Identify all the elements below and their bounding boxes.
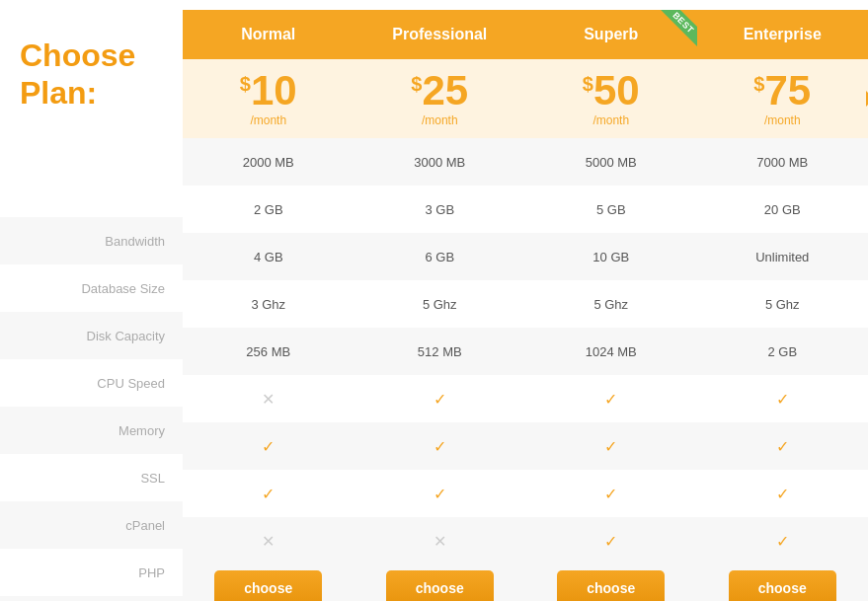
- plan-normal-price-wrapper: $10 /month: [183, 59, 355, 138]
- cross-icon: ✕: [262, 532, 275, 551]
- plan-enterprise-name: Enterprise: [744, 26, 822, 43]
- superb-linux: ✓: [525, 517, 697, 564]
- plan-professional-name: Professional: [392, 26, 487, 43]
- enterprise-cpanel: ✓: [697, 422, 869, 470]
- check-icon: ✓: [776, 485, 789, 503]
- plan-enterprise-price: $75: [753, 70, 811, 112]
- price-label-spacer: [0, 138, 183, 217]
- check-icon: ✓: [604, 390, 617, 409]
- label-memory: Memory: [0, 407, 183, 454]
- plan-enterprise-amount: 75: [764, 67, 811, 113]
- enterprise-linux: ✓: [697, 517, 869, 564]
- superb-cpanel: ✓: [525, 422, 697, 470]
- check-icon: ✓: [604, 532, 617, 551]
- enterprise-choose-btn-row: choose: [697, 564, 869, 601]
- superb-choose-btn-row: choose: [525, 564, 697, 601]
- check-icon: ✓: [776, 532, 789, 551]
- professional-choose-btn-row: choose: [355, 564, 526, 601]
- label-ssl: SSL: [0, 454, 183, 501]
- plan-normal-name: Normal: [241, 26, 295, 43]
- check-icon: ✓: [434, 390, 446, 409]
- plan-enterprise-header: Enterprise: [697, 10, 869, 59]
- check-icon: ✓: [262, 485, 275, 503]
- plan-professional-period: /month: [422, 113, 458, 127]
- plan-normal-price: $10: [240, 70, 297, 112]
- superb-ssl: ✓: [525, 375, 697, 422]
- enterprise-choose-button[interactable]: choose: [729, 570, 836, 601]
- best-badge-text: BEST: [657, 10, 696, 48]
- plan-professional-header: Professional: [355, 10, 526, 59]
- normal-choose-button[interactable]: choose: [214, 570, 322, 601]
- cross-icon: ✕: [262, 390, 275, 409]
- dollar-sign: $: [753, 73, 764, 95]
- superb-cpu: 5 Ghz: [525, 280, 697, 328]
- plan-normal-period: /month: [250, 113, 286, 127]
- professional-disk: 6 GB: [355, 233, 526, 280]
- dollar-sign: $: [411, 73, 422, 95]
- plan-superb: Superb BEST $50 /month 5000 MB 5 GB 10 G…: [525, 10, 697, 601]
- professional-cpanel: ✓: [355, 422, 526, 470]
- plan-superb-price: $50: [583, 70, 640, 112]
- plan-normal: Normal $10 /month 2000 MB 2 GB 4 GB 3 Gh…: [183, 10, 355, 601]
- plan-professional-price: $25: [411, 70, 468, 112]
- plan-superb-header: Superb BEST: [525, 10, 697, 59]
- enterprise-memory: 2 GB: [697, 328, 869, 375]
- pricing-table: Choose Plan: Bandwidth Database Size Dis…: [0, 0, 868, 601]
- plan-superb-amount: 50: [593, 67, 640, 113]
- plan-professional: Professional $25 /month 3000 MB 3 GB 6 G…: [355, 10, 526, 601]
- superb-disk: 10 GB: [525, 233, 697, 280]
- plan-enterprise-period: /month: [764, 113, 801, 127]
- professional-memory: 512 MB: [355, 328, 526, 375]
- enterprise-cpu: 5 Ghz: [697, 280, 869, 328]
- label-cpu: CPU Speed: [0, 359, 183, 407]
- check-icon: ✓: [262, 437, 275, 456]
- check-icon: ✓: [604, 485, 617, 503]
- label-database: Database Size: [0, 264, 183, 312]
- professional-cpu: 5 Ghz: [355, 280, 526, 328]
- label-linux: Linux OS: [0, 596, 183, 601]
- professional-choose-button[interactable]: choose: [386, 570, 494, 601]
- normal-cpanel: ✓: [183, 422, 355, 470]
- normal-memory: 256 MB: [183, 328, 355, 375]
- label-cpanel: cPanel: [0, 501, 183, 549]
- plan-professional-amount: 25: [422, 67, 468, 113]
- enterprise-database: 20 GB: [697, 186, 869, 233]
- enterprise-php: ✓: [697, 470, 869, 517]
- plan-superb-price-box: $50 /month: [525, 59, 697, 138]
- choose-plan-heading: Choose Plan:: [0, 10, 183, 138]
- plan-professional-price-wrapper: $25 /month: [355, 59, 526, 138]
- best-badge-container: BEST: [643, 10, 697, 59]
- cross-icon: ✕: [434, 532, 446, 551]
- plan-normal-price-box: $10 /month: [183, 59, 355, 138]
- plan-enterprise-price-box: $75 /month: [697, 59, 869, 138]
- label-bandwidth: Bandwidth: [0, 217, 183, 264]
- professional-linux: ✕: [355, 517, 526, 564]
- enterprise-bandwidth: 7000 MB: [697, 138, 869, 186]
- check-icon: ✓: [434, 437, 446, 456]
- superb-bandwidth: 5000 MB: [525, 138, 697, 186]
- superb-memory: 1024 MB: [525, 328, 697, 375]
- superb-database: 5 GB: [525, 186, 697, 233]
- plan-superb-name: Superb: [584, 26, 638, 43]
- normal-linux: ✕: [183, 517, 355, 564]
- check-icon: ✓: [604, 437, 617, 456]
- normal-database: 2 GB: [183, 186, 355, 233]
- enterprise-ssl: ✓: [697, 375, 869, 422]
- plan-superb-price-wrapper: $50 /month: [525, 59, 697, 138]
- dollar-sign: $: [583, 73, 593, 95]
- superb-choose-button[interactable]: choose: [557, 570, 665, 601]
- plan-normal-amount: 10: [251, 67, 297, 113]
- normal-cpu: 3 Ghz: [183, 280, 355, 328]
- check-icon: ✓: [776, 390, 789, 409]
- check-icon: ✓: [434, 485, 446, 503]
- professional-php: ✓: [355, 470, 526, 517]
- enterprise-disk: Unlimited: [697, 233, 869, 280]
- professional-bandwidth: 3000 MB: [355, 138, 526, 186]
- professional-database: 3 GB: [355, 186, 526, 233]
- label-php: PHP: [0, 549, 183, 596]
- normal-ssl: ✕: [183, 375, 355, 422]
- superb-php: ✓: [525, 470, 697, 517]
- dollar-sign: $: [240, 73, 251, 95]
- plan-columns: Normal $10 /month 2000 MB 2 GB 4 GB 3 Gh…: [183, 10, 868, 601]
- plan-professional-price-box: $25 /month: [355, 59, 526, 138]
